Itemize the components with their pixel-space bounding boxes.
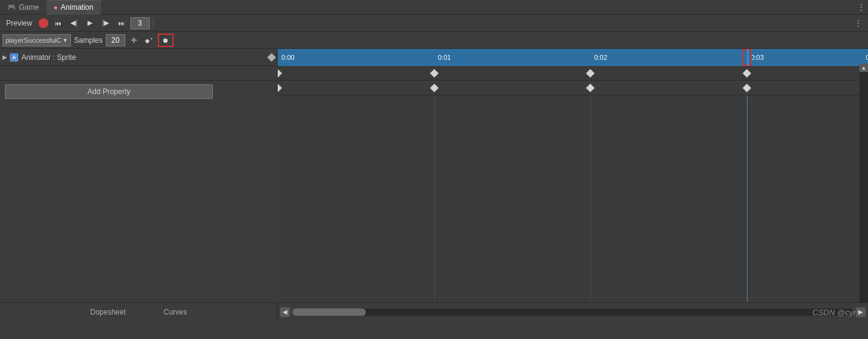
add-keyframe-icon: ◆+ (145, 36, 153, 44)
vline-0 (278, 95, 278, 302)
animator-keyframe-diamond[interactable] (267, 53, 276, 61)
snap-to-frame-button[interactable]: ✛ (127, 34, 141, 47)
tab-animation-label: Animation (61, 3, 93, 12)
tab-animation[interactable]: ● Animation (46, 0, 101, 15)
toolbar-more-icon[interactable]: ⋮ (851, 19, 866, 27)
samples-input[interactable] (106, 34, 125, 46)
curves-tab[interactable]: Curves (145, 305, 206, 319)
toolbar-separator (153, 18, 154, 29)
tick-0-00: 0:00 (280, 49, 294, 66)
watermark: CSDN @cyr (812, 308, 856, 317)
scrollbar-thumb[interactable] (292, 308, 366, 316)
timeline-cursor-header (747, 49, 749, 66)
vline-2 (590, 95, 591, 302)
animation-icon: ● (54, 4, 58, 11)
step-fwd-button[interactable]: ⏭ (114, 16, 129, 30)
animator-expand-arrow[interactable]: ▶ (2, 54, 7, 60)
curves-tab-label: Curves (164, 308, 187, 316)
step-back-icon: ⏮ (54, 20, 61, 27)
bottom-bar: Dopesheet Curves ◀ ▶ (0, 302, 868, 321)
frame-back-icon: ◀| (70, 19, 77, 27)
dopesheet-tab-label: Dopesheet (90, 308, 125, 316)
keyframe-r2-1[interactable] (430, 84, 439, 92)
keyframes-row-2 (278, 81, 868, 95)
frame-input[interactable] (130, 17, 150, 29)
left-panel: ▶ A Animator : Sprite Add Property (0, 49, 278, 302)
play-button[interactable]: ▶ (83, 16, 97, 30)
keyframe-r2-3[interactable] (743, 84, 751, 92)
bottom-right-scrollbar: ◀ ▶ (278, 307, 868, 317)
vline-1 (434, 95, 435, 302)
bottom-left-tabs: Dopesheet Curves (0, 303, 278, 321)
clip-dropdown[interactable]: playerSuccessfulC ▼ (2, 34, 71, 46)
game-icon: 🎮 (7, 3, 16, 11)
vline-cursor (747, 95, 747, 302)
keyframe-r2-2[interactable] (586, 84, 595, 92)
keyframe-r1-3[interactable] (743, 69, 751, 78)
animator-sprite-icon: A (10, 53, 18, 62)
timeline-area[interactable]: 0:00 0:01 0:02 0:03 0:04 (278, 49, 868, 302)
toolbar-row-1: Preview ⏮ ◀| ▶ |▶ ⏭ ⋮ (0, 15, 868, 32)
toolbar-row-2: playerSuccessfulC ▼ Samples ✛ ◆+ ⏺ (0, 32, 868, 49)
timeline-body[interactable] (278, 95, 868, 302)
record-mode-button[interactable]: ⏺ (158, 34, 174, 47)
frame-fwd-button[interactable]: |▶ (98, 16, 113, 30)
horizontal-scrollbar[interactable] (292, 308, 853, 316)
scroll-right-button[interactable]: ▶ (856, 307, 866, 317)
record-mode-icon: ⏺ (162, 37, 169, 44)
tab-game-label: Game (19, 3, 39, 12)
samples-label: Samples (73, 36, 104, 45)
frame-fwd-icon: |▶ (102, 19, 109, 27)
clip-dropdown-arrow: ▼ (62, 37, 68, 43)
keyframe-r1-2[interactable] (586, 69, 595, 78)
main-area: ▶ A Animator : Sprite Add Property 0:00 … (0, 49, 868, 302)
tick-0-01: 0:01 (436, 49, 451, 66)
step-fwd-icon: ⏭ (118, 20, 125, 27)
keyframes-row-1 (278, 66, 868, 81)
dopesheet-tab[interactable]: Dopesheet (71, 305, 144, 319)
keyframe-r1-0[interactable] (278, 69, 282, 78)
tab-game[interactable]: 🎮 Game (0, 0, 46, 15)
tab-bar: 🎮 Game ● Animation ⋮ (0, 0, 868, 15)
preview-label: Preview (2, 19, 36, 27)
keyframe-r2-0[interactable] (278, 84, 282, 92)
timeline-header[interactable]: 0:00 0:01 0:02 0:03 0:04 (278, 49, 868, 66)
tick-0-02: 0:02 (592, 49, 607, 66)
add-keyframe-button[interactable]: ◆+ (143, 34, 156, 47)
animator-sprite-label: Animator : Sprite (21, 53, 76, 62)
tab-more-button[interactable]: ⋮ (857, 2, 866, 12)
frame-back-button[interactable]: ◀| (67, 16, 81, 30)
snap-icon: ✛ (131, 36, 137, 45)
keyframe-r1-1[interactable] (430, 69, 439, 78)
play-icon: ▶ (87, 19, 92, 27)
add-property-button[interactable]: Add Property (5, 84, 213, 99)
clip-name-label: playerSuccessfulC (6, 37, 61, 44)
scroll-up-button[interactable]: ▲ (859, 64, 868, 72)
scroll-left-button[interactable]: ◀ (280, 307, 290, 317)
right-scrollbar: ▲ ▼ (859, 64, 868, 302)
step-back-button[interactable]: ⏮ (51, 16, 65, 30)
scroll-track-vertical[interactable] (859, 72, 868, 302)
record-button[interactable] (39, 18, 48, 28)
